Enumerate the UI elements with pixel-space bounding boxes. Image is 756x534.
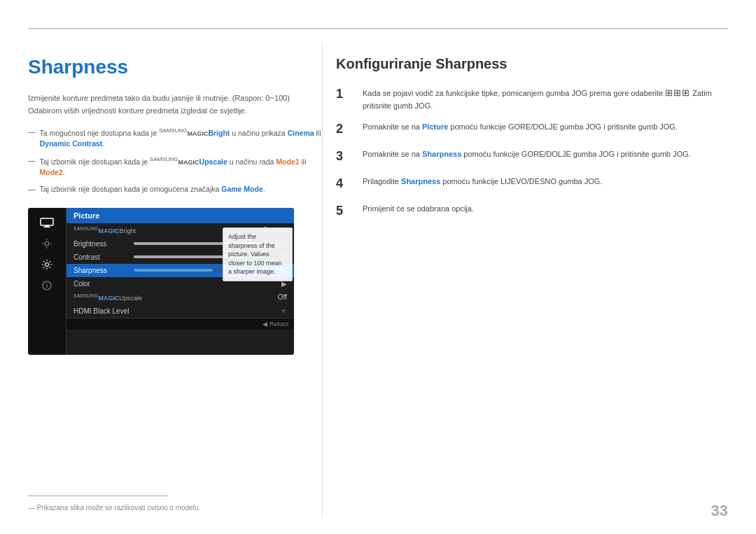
svg-rect-2	[43, 227, 50, 227]
description-text: Izmijenite konture predmeta tako da budu…	[28, 92, 322, 117]
monitor-callout: Adjust the sharpness of the picture. Val…	[223, 227, 293, 281]
step-1: 1 Kada se pojavi vodič za funkcijske tip…	[336, 86, 728, 111]
step-3: 3 Pomaknite se na Sharpness pomoću funkc…	[336, 148, 728, 166]
monitor-bottom-bar: ◀ Return	[66, 318, 294, 330]
monitor-item-magicupscale: SAMSUNGMAGICUpscale Off	[66, 290, 294, 304]
bottom-note-text: — Prikazana slika može se razlikovati ov…	[28, 504, 200, 512]
bottom-note-divider	[28, 496, 168, 496]
svg-rect-1	[45, 225, 49, 227]
note-2: — Taj izbornik nije dostupan kada je SAM…	[28, 155, 322, 178]
column-divider	[322, 42, 323, 518]
page-title: Sharpness	[28, 56, 322, 78]
monitor-screenshot: Picture SAMSUNGMAGICBright Custom Bright…	[28, 208, 294, 355]
monitor-icon-info	[37, 278, 57, 293]
monitor-icon-display	[37, 215, 57, 230]
svg-rect-0	[41, 218, 53, 225]
top-divider	[28, 28, 728, 29]
monitor-icon-settings	[37, 257, 57, 272]
svg-point-8	[46, 262, 49, 266]
step-5: 5 Primijenit će se odabrana opcija.	[336, 203, 728, 220]
page-number: 33	[711, 502, 728, 520]
steps-list: 1 Kada se pojavi vodič za funkcijske tip…	[336, 86, 728, 220]
note-3: — Taj izbornik nije dostupan kada je omo…	[28, 184, 322, 195]
bottom-note-area: — Prikazana slika može se razlikovati ov…	[28, 496, 728, 513]
step-2: 2 Pomaknite se na Picture pomoću funkcij…	[336, 121, 728, 139]
right-column: Konfiguriranje Sharpness 1 Kada se pojav…	[336, 42, 728, 492]
right-title: Konfiguriranje Sharpness	[336, 56, 728, 72]
note-1: — Ta mogućnost nije dostupna kada je SAM…	[28, 127, 322, 150]
monitor-panel-header: Picture	[66, 208, 294, 223]
monitor-sidebar	[28, 208, 66, 355]
left-column: Sharpness Izmijenite konture predmeta ta…	[28, 42, 322, 492]
monitor-icon-brightness	[37, 236, 57, 251]
step-4: 4 Prilagodite Sharpness pomoću funkcije …	[336, 176, 728, 193]
svg-point-3	[45, 241, 49, 246]
svg-point-11	[46, 283, 47, 283]
monitor-item-hdmi: HDMI Black Level ▼	[66, 304, 294, 318]
